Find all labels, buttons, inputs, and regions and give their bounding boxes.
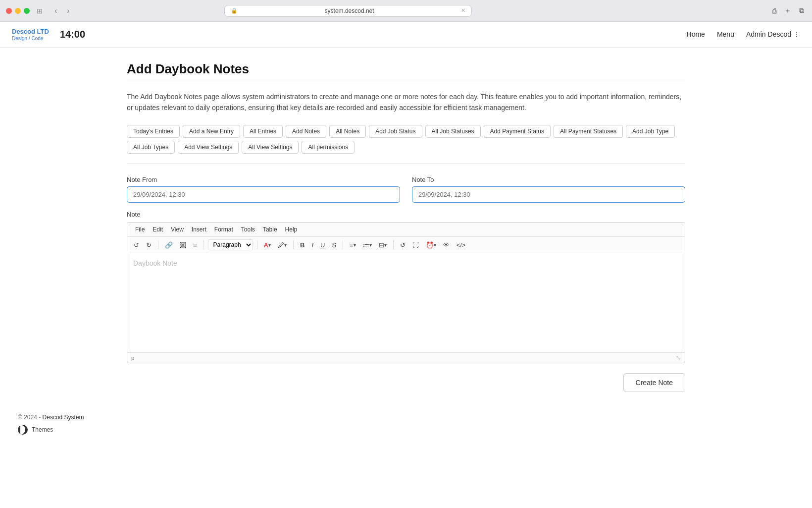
highlight-button[interactable]: 🖊 ▾ (275, 240, 289, 250)
bold-button[interactable]: B (298, 240, 307, 250)
browser-actions: ⎙ ＋ ⧉ (770, 5, 806, 16)
logo-area: Descod LTD Design / Code 14:00 (12, 28, 85, 41)
note-to-label: Note To (412, 176, 685, 183)
pill-add-job-type[interactable]: Add Job Type (626, 125, 675, 138)
share-button[interactable]: ⎙ (770, 5, 778, 16)
nav-menu[interactable]: Menu (717, 30, 734, 38)
menu-file[interactable]: File (131, 225, 149, 234)
preview-button[interactable]: 👁 (441, 240, 452, 250)
note-from-input[interactable] (127, 186, 400, 203)
footer-copyright: © 2024 - Descod System (18, 414, 794, 421)
note-from-group: Note From (127, 176, 400, 203)
clock: 14:00 (60, 29, 85, 40)
maximize-dot[interactable] (24, 8, 30, 14)
main-content: Add Daybook Notes The Add Daybook Notes … (109, 48, 703, 406)
undo2-button[interactable]: ↺ (398, 240, 408, 250)
themes-row: Themes (18, 425, 794, 435)
create-note-button[interactable]: Create Note (623, 373, 685, 392)
pill-add-payment-status[interactable]: Add Payment Status (484, 125, 551, 138)
copyright-text: © 2024 - (18, 414, 41, 421)
undo-button[interactable]: ↺ (131, 240, 142, 250)
form-row: Note From Note To (127, 176, 685, 203)
fullscreen-button[interactable]: ⛶ (410, 240, 421, 250)
pill-all-view-settings[interactable]: All View Settings (242, 141, 299, 154)
resize-handle[interactable]: ⤡ (676, 354, 681, 361)
themes-label[interactable]: Themes (32, 426, 53, 433)
theme-icon (18, 425, 28, 435)
pill-all-notes[interactable]: All Notes (329, 125, 366, 138)
create-btn-row: Create Note (127, 373, 685, 392)
address-bar[interactable]: 🔒 system.descod.net ✕ (224, 5, 472, 17)
new-tab-button[interactable]: ＋ (782, 5, 793, 16)
align-button[interactable]: ≡▾ (347, 240, 358, 250)
page-title: Add Daybook Notes (127, 61, 685, 77)
window-toggle: ⊞ (37, 7, 43, 15)
pill-all-job-statuses[interactable]: All Job Statuses (425, 125, 481, 138)
italic-button[interactable]: I (309, 240, 316, 250)
admin-dropdown[interactable]: Admin Descod ⋮ (746, 30, 800, 38)
editor-menubar: File Edit View Insert Format Tools Table… (127, 223, 685, 237)
menu-format[interactable]: Format (210, 225, 237, 234)
url-text: system.descod.net (241, 7, 458, 14)
pill-add-view-settings[interactable]: Add View Settings (178, 141, 239, 154)
note-label: Note (127, 211, 685, 218)
nav-links: Home Menu Admin Descod ⋮ (687, 30, 800, 38)
footer-link[interactable]: Descod System (43, 414, 84, 421)
underline-button[interactable]: U (318, 240, 327, 250)
menu-help[interactable]: Help (281, 225, 302, 234)
pill-all-payment-statuses[interactable]: All Payment Statuses (554, 125, 623, 138)
pill-add-new-entry[interactable]: Add a New Entry (183, 125, 240, 138)
footer: © 2024 - Descod System Themes (0, 406, 812, 443)
browser-chrome: ⊞ ‹ › 🔒 system.descod.net ✕ ⎙ ＋ ⧉ (0, 0, 812, 22)
admin-menu-icon: ⋮ (793, 30, 800, 38)
toolbar-sep-3 (257, 240, 257, 249)
toolbar-sep-2 (203, 240, 204, 249)
nav-home[interactable]: Home (687, 30, 705, 38)
editor-placeholder: Daybook Note (133, 259, 177, 267)
code-button[interactable]: </> (454, 240, 468, 250)
note-to-input[interactable] (412, 186, 685, 203)
theme-icon-inner (20, 425, 25, 435)
toolbar-sep-5 (343, 240, 343, 249)
image-button[interactable]: 🖼 (177, 240, 189, 250)
editor-container: File Edit View Insert Format Tools Table… (127, 222, 685, 363)
bullet-list-button[interactable]: ≔▾ (360, 240, 374, 250)
extensions-button[interactable]: ⧉ (797, 5, 806, 16)
menu-edit[interactable]: Edit (149, 225, 167, 234)
top-nav: Descod LTD Design / Code 14:00 Home Menu… (0, 22, 812, 48)
section-divider (127, 164, 685, 164)
logo-name: Descod LTD (12, 28, 49, 36)
title-divider (127, 83, 685, 83)
editor-status-tag: p (131, 355, 134, 361)
back-button[interactable]: ‹ (51, 5, 60, 16)
strikethrough-button[interactable]: S (329, 240, 339, 250)
menu-insert[interactable]: Insert (188, 225, 210, 234)
toolbar-sep-6 (393, 240, 394, 249)
pill-add-job-status[interactable]: Add Job Status (369, 125, 422, 138)
editor-toolbar: ↺ ↻ 🔗 🖼 ≡ Paragraph Heading 1 Heading 2 … (127, 237, 685, 253)
app: Descod LTD Design / Code 14:00 Home Menu… (0, 22, 812, 508)
forward-button[interactable]: › (64, 5, 72, 16)
pill-all-entries[interactable]: All Entries (243, 125, 283, 138)
reload-icon[interactable]: ✕ (461, 7, 465, 14)
menu-table[interactable]: Table (259, 225, 281, 234)
link-button[interactable]: 🔗 (162, 240, 175, 250)
note-from-label: Note From (127, 176, 400, 183)
indent-button[interactable]: ≡ (191, 240, 200, 250)
time-insert-button[interactable]: ⏰▾ (423, 240, 439, 250)
paragraph-select[interactable]: Paragraph Heading 1 Heading 2 Heading 3 (208, 239, 253, 250)
editor-statusbar: p ⤡ (127, 352, 685, 363)
font-color-button[interactable]: A ▾ (261, 240, 273, 250)
numbered-list-button[interactable]: ⊟▾ (376, 240, 389, 250)
editor-body[interactable]: Daybook Note (127, 253, 685, 352)
pill-all-job-types[interactable]: All Job Types (127, 141, 175, 154)
pill-todays-entries[interactable]: Today's Entries (127, 125, 180, 138)
pill-add-notes[interactable]: Add Notes (286, 125, 326, 138)
pill-all-permissions[interactable]: All permissions (302, 141, 355, 154)
close-dot[interactable] (6, 8, 12, 14)
minimize-dot[interactable] (15, 8, 21, 14)
logo-sub: Design / Code (12, 36, 49, 41)
menu-tools[interactable]: Tools (237, 225, 259, 234)
menu-view[interactable]: View (167, 225, 188, 234)
redo-button[interactable]: ↻ (144, 240, 154, 250)
